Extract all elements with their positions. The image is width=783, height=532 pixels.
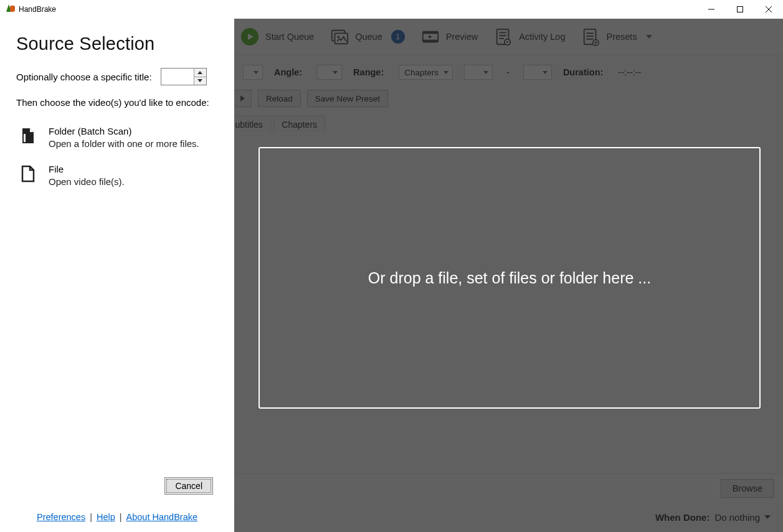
- save-new-label: Save New Preset: [315, 94, 380, 103]
- chevron-down-icon: [764, 515, 771, 519]
- drop-zone[interactable]: Or drop a file, set of files or folder h…: [259, 147, 761, 409]
- close-button[interactable]: [754, 0, 783, 19]
- cancel-label: Cancel: [175, 481, 202, 491]
- link-separator: |: [90, 512, 92, 522]
- about-link[interactable]: About HandBrake: [126, 512, 197, 522]
- window-controls: [697, 0, 783, 19]
- tab-subtitles-label: ubtitles: [235, 120, 262, 130]
- browse-button[interactable]: Browse: [721, 479, 774, 498]
- title-number-input[interactable]: [161, 69, 194, 85]
- preview-icon: [421, 27, 440, 46]
- range-value: Chapters: [404, 68, 439, 77]
- queue-icon: [330, 27, 349, 46]
- svg-rect-5: [335, 33, 348, 44]
- start-queue-button[interactable]: Start Queue: [234, 24, 320, 50]
- footer-links: Preferences | Help | About HandBrake: [16, 512, 218, 532]
- maximize-button[interactable]: [726, 0, 754, 19]
- activity-log-icon: [494, 27, 513, 46]
- duration-label: Duration:: [563, 67, 603, 77]
- range-label: Range:: [353, 67, 384, 77]
- folder-option-title: Folder (Batch Scan): [49, 125, 199, 138]
- chevron-up-icon: [197, 71, 202, 74]
- cancel-button[interactable]: Cancel: [164, 477, 213, 495]
- duration-value: --:--:--: [618, 67, 641, 77]
- range-start-combo[interactable]: [464, 65, 493, 80]
- angle-combo[interactable]: [317, 65, 342, 80]
- queue-button[interactable]: Queue 1: [324, 24, 411, 50]
- when-done-value: Do nothing: [714, 512, 760, 523]
- open-folder-option[interactable]: Folder (Batch Scan) Open a folder with o…: [16, 120, 218, 154]
- range-dash: -: [506, 67, 510, 77]
- range-type-combo[interactable]: Chapters: [399, 65, 453, 80]
- activity-log-button[interactable]: Activity Log: [488, 24, 571, 50]
- open-file-option[interactable]: File Open video file(s).: [16, 158, 218, 192]
- tab-chapters[interactable]: Chapters: [273, 116, 325, 133]
- file-icon: [19, 163, 37, 188]
- help-link[interactable]: Help: [97, 512, 115, 522]
- svg-rect-22: [24, 134, 26, 142]
- svg-point-6: [337, 36, 339, 38]
- svg-rect-8: [423, 31, 438, 34]
- reload-label: Reload: [266, 94, 293, 103]
- svg-point-16: [506, 41, 508, 43]
- presets-label: Presets: [606, 32, 637, 42]
- file-option-sub: Open video file(s).: [49, 176, 125, 188]
- title-number-spinner[interactable]: [161, 68, 207, 85]
- when-done-label: When Done:: [655, 512, 710, 523]
- save-new-preset-button[interactable]: Save New Preset: [307, 90, 388, 107]
- preview-button[interactable]: Preview: [415, 24, 485, 50]
- title-hint-label: Optionally choose a specific title:: [16, 72, 152, 82]
- when-done-combo[interactable]: Do nothing: [714, 512, 771, 523]
- presets-button[interactable]: Presets: [575, 24, 658, 50]
- spinner-up-button[interactable]: [194, 69, 206, 77]
- app-title: HandBrake: [19, 5, 56, 14]
- file-option-title: File: [49, 163, 125, 176]
- title-combo[interactable]: [243, 65, 263, 80]
- angle-label: Angle:: [274, 67, 302, 77]
- play-icon: [240, 27, 259, 46]
- svg-rect-9: [423, 39, 438, 42]
- link-separator: |: [120, 512, 122, 522]
- preferences-link[interactable]: Preferences: [37, 512, 85, 522]
- svg-marker-10: [429, 35, 432, 39]
- source-selection-panel: Source Selection Optionally choose a spe…: [0, 19, 234, 532]
- source-selection-title: Source Selection: [16, 34, 218, 54]
- preview-label: Preview: [446, 32, 478, 42]
- queue-label: Queue: [355, 32, 382, 42]
- presets-icon: [581, 27, 600, 46]
- titlebar-left: HandBrake: [0, 4, 56, 14]
- svg-rect-1: [738, 7, 743, 12]
- drop-zone-text: Or drop a file, set of files or folder h…: [368, 269, 651, 287]
- tab-chapters-label: Chapters: [282, 120, 317, 130]
- start-queue-label: Start Queue: [265, 32, 314, 42]
- range-end-combo[interactable]: [523, 65, 552, 80]
- handbrake-icon: [5, 4, 15, 14]
- titlebar: HandBrake: [0, 0, 783, 19]
- title-selector-row: Optionally choose a specific title:: [16, 68, 218, 85]
- spinner-down-button[interactable]: [194, 77, 206, 85]
- browse-label: Browse: [733, 483, 762, 493]
- folder-option-sub: Open a folder with one or more files.: [49, 138, 199, 150]
- instruction-text: Then choose the video(s) you'd like to e…: [16, 97, 218, 109]
- activity-log-label: Activity Log: [519, 32, 565, 42]
- chevron-down-icon: [646, 35, 652, 39]
- folder-icon: [19, 125, 37, 150]
- preset-expand-button[interactable]: [233, 90, 252, 107]
- minimize-button[interactable]: [697, 0, 726, 19]
- reload-button[interactable]: Reload: [258, 90, 301, 107]
- queue-count-badge: 1: [391, 30, 405, 44]
- chevron-down-icon: [197, 79, 202, 82]
